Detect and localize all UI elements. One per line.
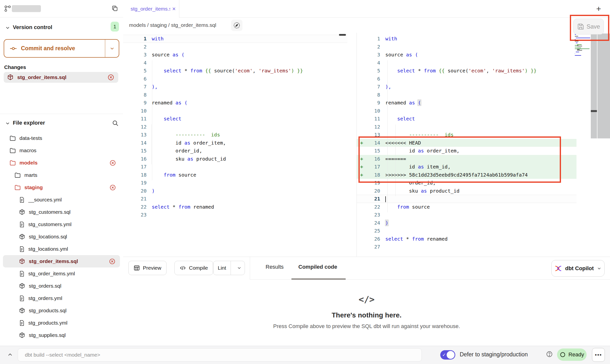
tree-item-stg-products-yml[interactable]: stg_products.yml: [0, 317, 123, 329]
code-line-25[interactable]: 25: [357, 227, 576, 235]
tab-close-icon[interactable]: ×: [172, 5, 176, 12]
x-circle-icon[interactable]: [109, 160, 116, 166]
code-line-10[interactable]: 10: [357, 107, 576, 115]
code-line-5[interactable]: 5 select * from {{ source('ecom', 'raw_i…: [123, 67, 347, 75]
save-button[interactable]: Save: [573, 19, 604, 34]
command-input[interactable]: dbt build --select <model_name>: [18, 348, 422, 362]
code-line-3[interactable]: 3source as (: [123, 51, 347, 59]
right-scrollbar-track[interactable]: [591, 33, 597, 138]
tree-item--sources-yml[interactable]: __sources.yml: [0, 194, 123, 206]
code-line-5[interactable]: 5 select * from {{ source('ecom', 'raw_i…: [357, 67, 576, 75]
code-line-20[interactable]: 20): [123, 187, 347, 195]
tree-item-stg-orders-yml[interactable]: stg_orders.yml: [0, 292, 123, 304]
code-line-6[interactable]: 6: [357, 75, 576, 83]
tree-item-data-tests[interactable]: data-tests: [0, 132, 123, 144]
code-line-2[interactable]: 2: [357, 43, 576, 51]
lineage-compass-icon[interactable]: [231, 20, 242, 31]
lint-split-button[interactable]: Lint: [213, 261, 245, 275]
changed-file-row[interactable]: stg_order_items.sql: [4, 72, 118, 83]
code-line-1[interactable]: 1with: [357, 35, 576, 43]
x-circle-icon[interactable]: [109, 258, 116, 265]
tree-item-stg-customers-sql[interactable]: stg_customers.sql: [0, 206, 123, 218]
x-circle-icon[interactable]: [109, 184, 116, 191]
code-line-11[interactable]: 11 select: [123, 115, 347, 123]
minimap-slider[interactable]: [597, 33, 610, 138]
chevron-down-icon[interactable]: [5, 25, 10, 31]
code-line-12[interactable]: 12: [357, 123, 576, 131]
code-line-22[interactable]: 22select * from renamed: [123, 203, 347, 211]
tree-item-stg-products-sql[interactable]: stg_products.sql: [0, 304, 123, 317]
code-line-9[interactable]: 9renamed as (: [357, 99, 576, 107]
preview-button[interactable]: Preview: [128, 261, 167, 275]
code-line-21[interactable]: 21: [357, 195, 576, 203]
code-line-19[interactable]: 19: [123, 179, 347, 187]
new-tab-button[interactable]: +: [596, 4, 601, 13]
commit-and-resolve-button[interactable]: Commit and resolve: [4, 39, 119, 58]
lint-dropdown-button[interactable]: [234, 261, 245, 275]
left-scrollbar-thumb[interactable]: [339, 34, 346, 36]
code-line-18[interactable]: 18 from source: [123, 171, 347, 179]
copy-icon[interactable]: [111, 5, 118, 12]
code-line-14[interactable]: +14<<<<<<< HEAD: [357, 139, 576, 147]
minimap[interactable]: [575, 34, 591, 57]
tree-item-staging[interactable]: staging: [0, 181, 123, 194]
code-line-23[interactable]: 23: [123, 211, 347, 219]
compile-button[interactable]: Compile: [174, 261, 213, 275]
code-line-3[interactable]: 3source as (: [357, 51, 576, 59]
code-line-15[interactable]: 15 id as order_item,: [357, 147, 576, 155]
code-line-27[interactable]: 27: [357, 243, 576, 251]
code-line-17[interactable]: 17: [123, 163, 347, 171]
code-line-19[interactable]: 19 order_id,: [357, 179, 576, 187]
more-options-button[interactable]: •••: [592, 348, 605, 362]
chevron-up-icon[interactable]: [7, 351, 13, 358]
tab-stg-order-items[interactable]: stg_order_items.sql (last c... ×: [123, 0, 179, 18]
conflict-x-circle-icon[interactable]: [107, 74, 114, 81]
code-line-8[interactable]: 8: [123, 91, 347, 99]
tree-item-stg-locations-sql[interactable]: stg_locations.sql: [0, 231, 123, 243]
code-line-10[interactable]: 10: [123, 107, 347, 115]
tree-item-models[interactable]: models: [0, 157, 123, 169]
dbt-copilot-button[interactable]: dbt Copilot: [551, 260, 605, 277]
code-line-2[interactable]: 2: [123, 43, 347, 51]
code-line-20[interactable]: 20 sku as product_id: [357, 187, 576, 195]
search-icon[interactable]: [112, 120, 119, 127]
code-line-7[interactable]: 7),: [357, 83, 576, 91]
code-line-23[interactable]: 23: [357, 211, 576, 219]
tree-item-marts[interactable]: marts: [0, 169, 123, 181]
tree-item-stg-order-items-yml[interactable]: stg_order_items.yml: [0, 267, 123, 280]
code-line-12[interactable]: 12: [123, 123, 347, 131]
code-line-7[interactable]: 7),: [123, 83, 347, 91]
tree-item-stg-locations-yml[interactable]: stg_locations.yml: [0, 243, 123, 255]
git-branch-icon[interactable]: [4, 5, 11, 12]
code-line-18[interactable]: +18>>>>>>> 58c1dd23d5eebd9cd2495fa7124ab…: [357, 171, 576, 179]
code-line-4[interactable]: 4: [357, 59, 576, 67]
help-icon[interactable]: [546, 351, 553, 358]
code-line-13[interactable]: 13 ---------- ids: [123, 131, 347, 139]
tab-compiled-code[interactable]: Compiled code: [298, 264, 337, 270]
code-line-24[interactable]: 24): [357, 219, 576, 227]
code-line-9[interactable]: 9renamed as (: [123, 99, 347, 107]
tree-item-stg-supplies-sql[interactable]: stg_supplies.sql: [0, 329, 123, 341]
code-line-16[interactable]: +16=======: [357, 155, 576, 163]
tree-item-stg-order-items-sql[interactable]: stg_order_items.sql: [3, 255, 120, 267]
code-line-8[interactable]: 8: [357, 91, 576, 99]
code-line-26[interactable]: 26select * from renamed: [357, 235, 576, 243]
code-line-15[interactable]: 15 order_id,: [123, 147, 347, 155]
code-line-17[interactable]: +17 id as item_id,: [357, 163, 576, 171]
code-line-16[interactable]: 16 sku as product_id: [123, 155, 347, 163]
tree-item-macros[interactable]: macros: [0, 144, 123, 157]
code-line-4[interactable]: 4: [123, 59, 347, 67]
defer-toggle[interactable]: ✓: [440, 350, 455, 360]
code-line-11[interactable]: 11 select: [357, 115, 576, 123]
code-line-1[interactable]: 1with: [123, 35, 347, 43]
commit-dropdown-button[interactable]: [105, 40, 119, 57]
code-line-21[interactable]: 21: [123, 195, 347, 203]
chevron-down-icon[interactable]: [5, 121, 10, 126]
code-line-22[interactable]: 22 from source: [357, 203, 576, 211]
editor-pane-left[interactable]: 1with23source as (45 select * from {{ so…: [123, 33, 357, 257]
code-line-13[interactable]: 13 ---------- ids: [357, 131, 576, 139]
tree-item-stg-orders-sql[interactable]: stg_orders.sql: [0, 280, 123, 292]
tab-results[interactable]: Results: [266, 264, 284, 270]
tree-item-stg-customers-yml[interactable]: stg_customers.yml: [0, 218, 123, 231]
code-line-14[interactable]: 14 id as order_item,: [123, 139, 347, 147]
